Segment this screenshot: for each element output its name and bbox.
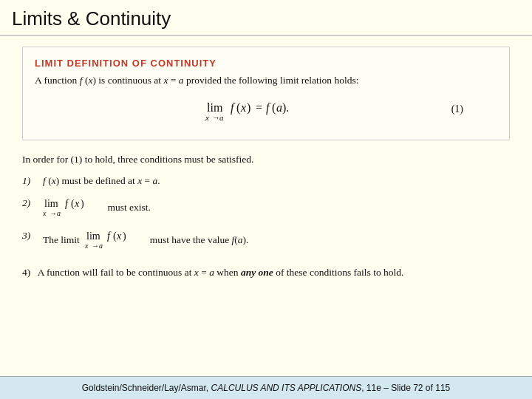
equation-wrapper: lim x → a f ( x ) = f ( a ). (35, 88, 497, 131)
condition-2: 2) lim x → a f ( x ) must exist. (22, 195, 510, 222)
svg-text:lim: lim (207, 101, 223, 114)
definition-header: LIMIT DEFINITION OF CONTINUITY (35, 58, 497, 69)
svg-text:→: → (92, 242, 99, 250)
svg-text:x: x (74, 198, 80, 209)
footer: Goldstein/Schneider/Lay/Asmar, CALCULUS … (0, 376, 532, 399)
equation-svg: lim x → a f ( x ) = f ( a ). (200, 95, 332, 128)
conditions-section: In order for (1) to hold, three conditio… (22, 154, 510, 254)
condition-2-text: lim x → a f ( x ) must exist. (43, 195, 510, 222)
conditions-intro: In order for (1) to hold, three conditio… (22, 154, 510, 166)
svg-text:f: f (266, 101, 271, 115)
equation-number: (1) (451, 103, 463, 115)
definition-text: A function f (x) is continuous at x = a … (35, 73, 497, 88)
svg-text:f: f (107, 231, 112, 242)
condition-1: 1) f (x) must be defined at x = a. (22, 173, 510, 189)
svg-text:lim: lim (86, 231, 100, 242)
svg-text:a: a (276, 101, 282, 114)
definition-box: LIMIT DEFINITION OF CONTINUITY A functio… (22, 47, 510, 140)
svg-text:=: = (256, 101, 262, 114)
condition-2-num: 2) (22, 195, 43, 211)
condition-3-formula: lim x → a f ( x ) (85, 228, 144, 254)
svg-text:a: a (99, 242, 103, 250)
condition-3-text: The limit lim x → a f ( x ) must have th… (43, 228, 510, 254)
svg-text:f: f (65, 198, 69, 209)
note-4: 4) A function will fail to be continuous… (22, 265, 510, 281)
svg-text:x: x (43, 209, 47, 217)
condition-2-formula: lim x → a f ( x ) (43, 195, 102, 222)
note-4-text: 4) A function will fail to be continuous… (22, 267, 403, 278)
svg-text:→: → (50, 209, 57, 217)
main-content: LIMIT DEFINITION OF CONTINUITY A functio… (0, 36, 532, 287)
svg-text:): ) (247, 101, 250, 115)
svg-text:(: ( (272, 101, 276, 115)
condition-3-num: 3) (22, 228, 43, 244)
page-title: Limits & Continuity (12, 7, 520, 30)
svg-text:x: x (240, 101, 246, 114)
condition-1-text: f (x) must be defined at x = a. (43, 173, 510, 189)
svg-text:lim: lim (44, 198, 58, 209)
svg-text:a: a (57, 209, 61, 217)
footer-text: Goldstein/Schneider/Lay/Asmar, CALCULUS … (82, 383, 450, 393)
svg-text:x: x (116, 231, 122, 242)
svg-text:): ) (81, 198, 84, 210)
svg-text:(: ( (236, 101, 240, 115)
title-bar: Limits & Continuity (0, 0, 532, 36)
svg-text:x: x (85, 242, 89, 250)
condition-1-num: 1) (22, 173, 43, 189)
svg-text:f: f (231, 101, 236, 115)
svg-text:).: ). (282, 101, 289, 115)
svg-text:): ) (123, 231, 126, 242)
main-equation: lim x → a f ( x ) = f ( a ). (200, 95, 332, 128)
condition-3: 3) The limit lim x → a f ( x ) must have… (22, 228, 510, 254)
svg-text:x: x (205, 113, 209, 122)
svg-text:a: a (219, 113, 224, 122)
